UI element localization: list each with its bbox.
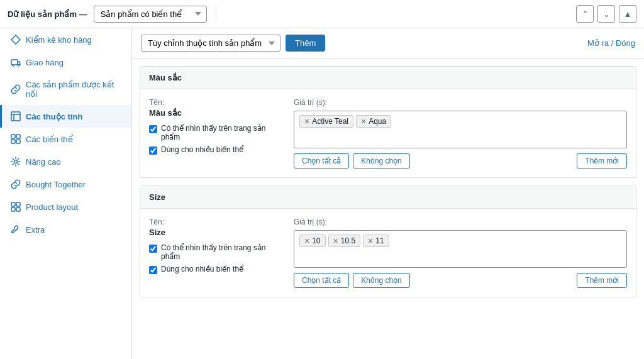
product-data-label: Dữ liệu sản phẩm — bbox=[8, 9, 87, 19]
attr-tags-area-mau-sac: × Active Teal × Aqua bbox=[294, 111, 627, 148]
attr-right-size: Giá trị (s): × 10 × 10.5 × bbox=[294, 218, 627, 288]
sidebar-item-product-layout[interactable]: Product layout bbox=[0, 196, 131, 218]
attr-section-body-mau-sac: Tên: Màu sắc Có thể nhìn thấy trên trang… bbox=[140, 89, 636, 177]
top-bar-actions: ⌃ ⌄ ▲ bbox=[576, 5, 636, 23]
sidebar-item-bought-together[interactable]: Bought Together bbox=[0, 173, 131, 196]
add-new-button-mau-sac[interactable]: Thêm mới bbox=[577, 153, 627, 168]
tag-aqua: × Aqua bbox=[356, 115, 391, 128]
sidebar-item-label-giao-hang: Giao hàng bbox=[26, 58, 64, 67]
sidebar: Kiểm kê kho hàng Giao hàng bbox=[0, 28, 132, 359]
sidebar-item-label-nang-cao: Nâng cao bbox=[26, 157, 61, 167]
svg-rect-0 bbox=[11, 60, 18, 65]
tag-remove-11[interactable]: × bbox=[368, 236, 373, 245]
gear-icon bbox=[11, 157, 21, 167]
sidebar-item-giao-hang[interactable]: Giao hàng bbox=[0, 51, 131, 74]
attr-left-mau-sac: Tên: Màu sắc Có thể nhìn thấy trên trang… bbox=[149, 98, 281, 168]
svg-point-8 bbox=[14, 160, 18, 163]
sidebar-item-nang-cao[interactable]: Nâng cao bbox=[0, 150, 131, 173]
tag-label-11: 11 bbox=[375, 236, 384, 245]
attr-section-size: Size Tên: Size Có thể nhìn thấy trên tra… bbox=[140, 185, 636, 297]
tag-11: × 11 bbox=[363, 235, 389, 247]
attr-visible-checkbox-mau-sac[interactable]: Có thể nhìn thấy trên trang sản phẩm bbox=[149, 124, 281, 141]
tag-remove-aqua[interactable]: × bbox=[361, 117, 366, 126]
product-type-select[interactable]: Sản phẩm đơn giảnSản phẩm có biến thểSản… bbox=[94, 6, 207, 23]
divider bbox=[216, 6, 216, 21]
variation-checkbox-input-mau-sac[interactable] bbox=[149, 146, 157, 155]
visible-checkbox-input-size[interactable] bbox=[149, 245, 157, 253]
content-area: Tùy chỉnh thuộc tính sản phẩm Thêm Mở ra… bbox=[132, 28, 644, 359]
attr-right-mau-sac: Giá trị (s): × Active Teal × Aqua bbox=[294, 98, 627, 168]
sidebar-item-thuoc-tinh[interactable]: Các thuộc tính bbox=[0, 105, 131, 128]
open-close-link[interactable]: Mở ra / Đóng bbox=[587, 38, 635, 48]
attr-visible-checkbox-size[interactable]: Có thể nhìn thấy trên trang sản phẩm bbox=[149, 243, 281, 261]
attr-toolbar: Tùy chỉnh thuộc tính sản phẩm Thêm Mở ra… bbox=[132, 28, 644, 58]
attr-variation-checkbox-mau-sac[interactable]: Dùng cho nhiều biến thể bbox=[149, 145, 281, 155]
deselect-button-mau-sac[interactable]: Không chọn bbox=[353, 153, 409, 168]
main-layout: Kiểm kê kho hàng Giao hàng bbox=[0, 28, 644, 359]
variation-checkbox-input-size[interactable] bbox=[149, 266, 157, 274]
attr-values-label-size: Giá trị (s): bbox=[294, 218, 627, 226]
svg-point-1 bbox=[13, 65, 14, 67]
select-all-button-mau-sac[interactable]: Chọn tất cả bbox=[294, 153, 349, 168]
svg-rect-7 bbox=[16, 140, 20, 143]
attr-type-select[interactable]: Tùy chỉnh thuộc tính sản phẩm bbox=[141, 35, 280, 52]
sidebar-item-label-bought-together: Bought Together bbox=[26, 180, 86, 189]
visible-checkbox-label-size: Có thể nhìn thấy trên trang sản phẩm bbox=[161, 243, 281, 261]
sidebar-item-extra[interactable]: Extra bbox=[0, 218, 131, 241]
wrench-icon bbox=[11, 224, 21, 235]
sidebar-item-kiem-ke[interactable]: Kiểm kê kho hàng bbox=[0, 28, 131, 51]
variation-checkbox-label-mau-sac: Dùng cho nhiều biến thể bbox=[161, 145, 243, 154]
sidebar-item-bien-the[interactable]: Các biến thể bbox=[0, 128, 131, 150]
add-attr-button[interactable]: Thêm bbox=[286, 35, 325, 52]
sidebar-item-label-bien-the: Các biến thể bbox=[26, 135, 73, 144]
select-all-button-size[interactable]: Chọn tất cả bbox=[294, 273, 349, 288]
chevron-up-button[interactable]: ⌃ bbox=[576, 5, 594, 23]
deselect-button-size[interactable]: Không chọn bbox=[353, 273, 409, 288]
add-new-button-size[interactable]: Thêm mới bbox=[577, 273, 627, 288]
expand-button[interactable]: ▲ bbox=[619, 5, 636, 23]
attr-name-value-mau-sac: Màu sắc bbox=[149, 108, 281, 118]
tag-remove-10[interactable]: × bbox=[304, 236, 309, 245]
grid-icon bbox=[11, 134, 21, 144]
attr-section-header-mau-sac: Màu sắc bbox=[140, 67, 636, 89]
layout-icon bbox=[11, 202, 21, 212]
variation-checkbox-label-size: Dùng cho nhiều biến thể bbox=[161, 265, 243, 273]
attr-actions-mau-sac: Chọn tất cả Không chọn Thêm mới bbox=[294, 153, 627, 168]
svg-rect-12 bbox=[16, 207, 20, 211]
svg-rect-4 bbox=[11, 135, 15, 138]
svg-point-2 bbox=[18, 65, 19, 67]
attr-actions-size: Chọn tất cả Không chọn Thêm mới bbox=[294, 273, 627, 288]
tag-remove-active-teal[interactable]: × bbox=[304, 117, 309, 126]
sidebar-item-label-ket-noi: Các sản phẩm được kết nối bbox=[26, 80, 123, 99]
attr-section-title-size: Size bbox=[149, 192, 627, 202]
sidebar-item-label-product-layout: Product layout bbox=[26, 202, 78, 212]
tag-remove-10-5[interactable]: × bbox=[333, 236, 338, 245]
chevron-down-button[interactable]: ⌄ bbox=[597, 5, 615, 23]
svg-rect-10 bbox=[16, 202, 20, 206]
attr-tags-area-size: × 10 × 10.5 × 11 bbox=[294, 230, 627, 268]
visible-checkbox-input-mau-sac[interactable] bbox=[149, 125, 157, 133]
attr-section-header-size: Size bbox=[140, 186, 636, 209]
svg-rect-11 bbox=[11, 207, 15, 211]
tag-10: × 10 bbox=[299, 235, 326, 247]
tag-label-10: 10 bbox=[312, 236, 320, 245]
visible-checkbox-label-mau-sac: Có thể nhìn thấy trên trang sản phẩm bbox=[161, 124, 281, 141]
link-icon bbox=[11, 84, 21, 94]
attr-values-label-mau-sac: Giá trị (s): bbox=[294, 98, 627, 107]
tag-label-aqua: Aqua bbox=[369, 117, 386, 126]
tag-label-10-5: 10.5 bbox=[341, 236, 355, 245]
tag-10-5: × 10.5 bbox=[328, 235, 361, 247]
svg-rect-6 bbox=[11, 140, 15, 143]
tag-active-teal: × Active Teal bbox=[299, 115, 353, 128]
attr-variation-checkbox-size[interactable]: Dùng cho nhiều biến thể bbox=[149, 265, 281, 274]
svg-rect-9 bbox=[11, 202, 15, 206]
truck-icon bbox=[11, 57, 21, 67]
svg-rect-3 bbox=[11, 112, 20, 121]
attr-section-body-size: Tên: Size Có thể nhìn thấy trên trang sả… bbox=[140, 209, 636, 297]
sidebar-item-san-pham-ket-noi[interactable]: Các sản phẩm được kết nối bbox=[0, 74, 131, 105]
diamond-icon bbox=[11, 35, 21, 45]
sidebar-item-label-kiem-ke: Kiểm kê kho hàng bbox=[26, 35, 92, 45]
attr-name-label-mau-sac: Tên: bbox=[149, 98, 281, 107]
top-bar: Dữ liệu sản phẩm — Sản phẩm đơn giảnSản … bbox=[0, 0, 644, 28]
attr-section-title-mau-sac: Màu sắc bbox=[149, 73, 627, 82]
